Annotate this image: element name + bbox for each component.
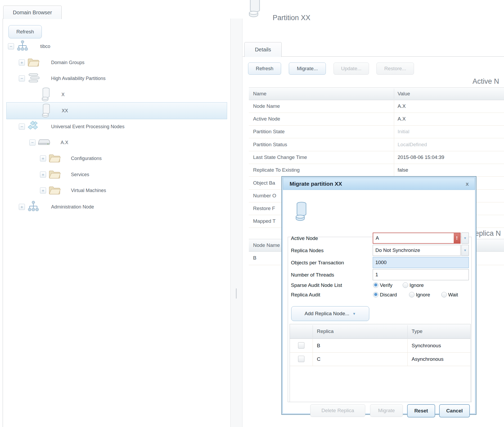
table-row: Active Node A.X — [249, 113, 504, 126]
tree-item-ha-partitions[interactable]: − High Availability Partitions — [3, 70, 227, 86]
number-of-threads-input[interactable]: 1 — [373, 269, 469, 280]
sparse-audit-label: Sparse Audit Node List — [291, 282, 342, 288]
splitter-grip-icon[interactable] — [236, 288, 237, 299]
radio-wait-label[interactable]: Wait — [448, 292, 458, 298]
details-update-button: Update... — [334, 63, 369, 75]
panel-splitter[interactable] — [230, 19, 242, 427]
objects-per-transaction-input[interactable]: 1000 — [373, 257, 469, 268]
radio-ignore-2-label[interactable]: Ignore — [416, 292, 430, 298]
reset-label: Reset — [414, 408, 428, 414]
radio-discard-selected[interactable] — [373, 292, 379, 297]
objects-per-transaction-label: Objects per Transaction — [291, 260, 344, 266]
collapse-icon[interactable]: − — [29, 140, 35, 146]
column-divider — [407, 325, 408, 338]
delete-replica-button: Delete Replica — [310, 404, 365, 417]
objects-per-transaction-value: 1000 — [375, 260, 386, 265]
folder-icon — [48, 169, 61, 180]
tab-domain-browser[interactable]: Domain Browser — [3, 6, 62, 19]
dialog-migrate-label: Migrate — [378, 408, 395, 413]
replica-c-checkbox[interactable] — [298, 356, 304, 362]
tree-item-partition-x[interactable]: X — [3, 87, 227, 103]
tree-item-uep-nodes[interactable]: − Universal Event Processing Nodes — [3, 119, 227, 135]
tree-item-label: tibco — [40, 44, 50, 49]
tab-domain-browser-label: Domain Browser — [13, 10, 52, 16]
details-migrate-button[interactable]: Migrate... — [289, 63, 326, 75]
expand-icon[interactable]: + — [19, 60, 25, 66]
tree-item-tibco[interactable]: − tibco — [3, 38, 227, 54]
add-replica-node-label: Add Replica Node... — [305, 311, 349, 317]
replica-audit-label: Replica Audit — [291, 292, 320, 298]
chevron-down-icon: ▼ — [464, 236, 467, 240]
chevron-down-icon: ▼ — [464, 248, 467, 252]
column-header-node-name: Node Name — [253, 242, 280, 248]
tree-item-services[interactable]: + Services — [3, 167, 227, 183]
tree-refresh-button[interactable]: Refresh — [8, 25, 42, 38]
replica-b-checkbox[interactable] — [298, 342, 304, 349]
partition-stack-icon — [27, 72, 39, 85]
expand-icon[interactable]: + — [40, 155, 46, 162]
table-row: Node Name A.X — [249, 100, 504, 113]
details-restore-button: Restore... — [376, 63, 414, 75]
radio-ignore-label[interactable]: Ignore — [410, 282, 424, 288]
radio-verify-label[interactable]: Verify — [380, 282, 393, 288]
column-divider — [313, 325, 313, 338]
details-refresh-button[interactable]: Refresh — [248, 63, 281, 75]
domain-node-icon — [16, 40, 29, 53]
tab-details[interactable]: Details — [244, 42, 282, 57]
partition-icon — [40, 87, 52, 103]
table-row: Partition State Initial — [249, 125, 504, 138]
radio-discard-label[interactable]: Discard — [380, 292, 397, 298]
active-node-section-heading: Active N — [472, 77, 499, 86]
expand-icon[interactable]: + — [40, 172, 46, 178]
dialog-replica-table-header: Replica Type — [290, 324, 470, 339]
expand-icon[interactable]: + — [40, 188, 46, 194]
radio-verify-selected[interactable] — [373, 282, 379, 288]
tree-item-node-ax[interactable]: − A.X — [3, 135, 227, 150]
radio-wait[interactable] — [441, 292, 447, 297]
add-replica-node-button[interactable]: Add Replica Node... ▼ — [291, 306, 369, 321]
replica-row-b[interactable]: B Synchronous — [290, 339, 470, 353]
replica-nodes-combo[interactable]: Do Not Synchronize — [373, 245, 461, 256]
tree-item-label: Virtual Machines — [71, 188, 106, 193]
dialog-body: Active Node A ! ▼ Replica Nodes Do Not S… — [283, 190, 475, 413]
active-node-combo[interactable]: A — [373, 233, 461, 244]
tree-item-partition-xx-selected[interactable]: XX — [6, 102, 227, 119]
active-node-dropdown-button[interactable]: ▼ — [461, 233, 469, 244]
collapse-icon[interactable]: − — [19, 75, 25, 82]
table-row: Replicate To Existing false — [249, 164, 504, 177]
active-node-label: Active Node — [291, 235, 318, 241]
column-header-name: Name — [253, 91, 267, 97]
details-restore-label: Restore... — [384, 66, 406, 72]
dialog-replica-table: Replica Type B Synchronous C Asynchronou… — [290, 324, 471, 402]
tree-item-administration-node[interactable]: + Administration Node — [3, 199, 227, 215]
tree-item-domain-groups[interactable]: + Domain Groups — [3, 55, 227, 70]
replica-row-c[interactable]: C Asynchronous — [290, 352, 470, 366]
tab-details-label: Details — [255, 47, 271, 53]
folder-icon — [27, 57, 39, 68]
table-row: Last State Change Time 2015-08-06 15:04:… — [249, 151, 504, 164]
collapse-icon[interactable]: − — [8, 43, 14, 50]
radio-ignore[interactable] — [403, 282, 408, 288]
tree-item-label: A.X — [61, 140, 68, 145]
collapse-icon[interactable]: − — [19, 124, 25, 130]
tree-item-label: XX — [62, 108, 68, 114]
reset-button[interactable]: Reset — [407, 404, 435, 417]
dialog-title: Migrate partition XX — [290, 181, 342, 187]
table-row: Partition Status LocalDefined — [249, 138, 504, 151]
tree-item-virtual-machines[interactable]: + Virtual Machines — [3, 183, 227, 198]
close-icon[interactable]: x — [466, 181, 469, 187]
properties-table-header: Name Value — [249, 87, 504, 100]
replica-nodes-dropdown-button[interactable]: ▼ — [461, 245, 469, 256]
dialog-titlebar[interactable]: Migrate partition XX x — [283, 178, 475, 190]
tree-item-configurations[interactable]: + Configurations — [3, 150, 227, 166]
number-of-threads-value: 1 — [375, 272, 378, 278]
expand-icon[interactable]: + — [19, 204, 25, 210]
tree-item-label: X — [61, 92, 65, 97]
radio-ignore-2[interactable] — [409, 292, 415, 297]
partition-title-icon — [248, 0, 262, 19]
tree-item-label: Administration Node — [51, 204, 94, 210]
page-title: Partition XX — [273, 14, 310, 22]
column-header-type: Type — [412, 328, 422, 334]
column-header-replica: Replica — [317, 328, 334, 334]
cancel-button[interactable]: Cancel — [439, 404, 470, 417]
